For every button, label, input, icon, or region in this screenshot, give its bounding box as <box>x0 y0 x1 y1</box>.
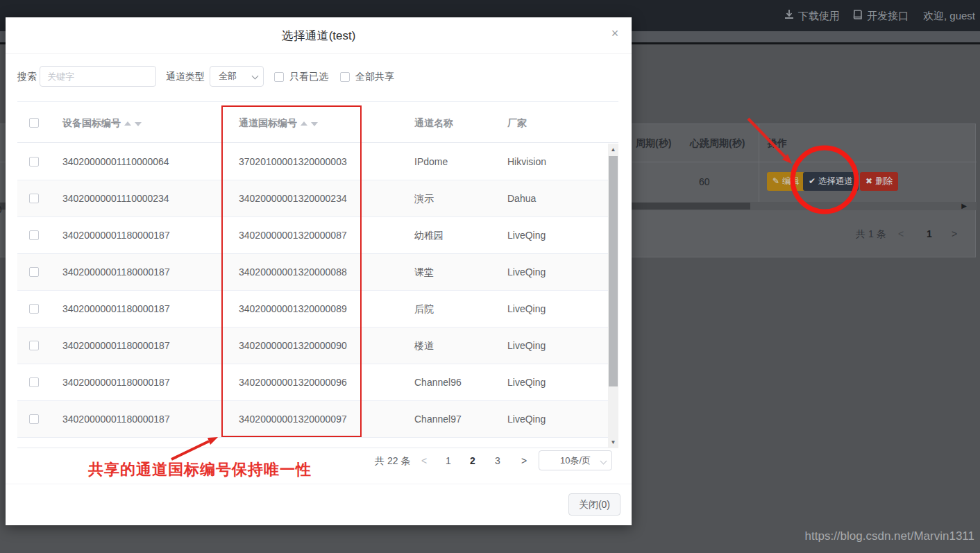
device-id: 34020000001110000234 <box>62 180 169 217</box>
vendor: Dahua <box>507 180 536 217</box>
vendor: LiveQing <box>507 401 546 438</box>
watermark-url: https://blog.csdn.net/Marvin1311 <box>805 529 974 543</box>
table-header-row: 设备国标编号 通道国标编号 通道名称 厂家 <box>17 101 618 143</box>
table-row[interactable]: 34020000001110000234 3402000000132000023… <box>17 180 608 217</box>
row-checkbox[interactable] <box>29 230 39 240</box>
row-checkbox[interactable] <box>29 341 39 350</box>
vendor: LiveQing <box>507 217 546 254</box>
page-size-value: 10条/页 <box>560 455 591 466</box>
bg-col-actions: 操作 <box>768 124 787 162</box>
table-row[interactable]: 34020000001180000187 3402000000132000009… <box>17 327 608 364</box>
select-channel-button[interactable]: ✔选择通道 <box>803 172 859 191</box>
bg-column-separator <box>759 124 759 202</box>
share-all-label: 全部共享 <box>355 71 394 83</box>
table-row[interactable]: 34020000001110000064 3702010000132000000… <box>17 144 608 180</box>
download-icon <box>784 0 794 31</box>
close-icon[interactable]: × <box>608 26 622 40</box>
channel-name: Channel97 <box>414 401 462 438</box>
sort-asc-icon[interactable] <box>124 121 131 126</box>
channel-name: 演示 <box>414 180 434 217</box>
select-all-checkbox[interactable] <box>29 118 39 128</box>
prev-page-button[interactable]: < <box>421 450 427 472</box>
search-input[interactable] <box>40 66 156 87</box>
row-checkbox[interactable] <box>29 267 39 277</box>
page-1-button[interactable]: 1 <box>446 450 451 472</box>
bg-next-page[interactable]: > <box>952 210 957 257</box>
edit-icon: ✎ <box>772 176 779 186</box>
check-icon: ✔ <box>809 176 816 186</box>
select-channel-dialog: 选择通道(test) × 搜索 通道类型 全部 只看已选 全部共享 设备国标编号… <box>6 17 632 525</box>
delete-button[interactable]: ✖删除 <box>860 172 898 191</box>
table-row[interactable]: 34020000001180000187 3402000000132000008… <box>17 291 608 327</box>
table-row[interactable]: 34020000001180000187 3402000000132000008… <box>17 217 608 254</box>
row-checkbox[interactable] <box>29 304 39 314</box>
bg-prev-page[interactable]: < <box>898 210 904 257</box>
bg-total-count: 共 1 条 <box>856 210 886 257</box>
scrollbar-thumb[interactable] <box>609 156 618 386</box>
nav-api-link[interactable]: 开发接口 <box>853 0 909 31</box>
row-checkbox[interactable] <box>29 377 39 387</box>
row-checkbox[interactable] <box>29 157 39 167</box>
channel-id: 34020000001320000090 <box>239 327 347 364</box>
scroll-up-icon[interactable]: ▲ <box>608 146 618 153</box>
edit-button[interactable]: ✎编辑 <box>767 172 805 191</box>
share-all-checkbox[interactable]: 全部共享 <box>340 71 394 83</box>
checkbox-box[interactable] <box>340 72 350 82</box>
table-body: 34020000001110000064 3702010000132000000… <box>17 144 608 448</box>
edit-label: 编辑 <box>782 176 800 186</box>
selected-only-label: 只看已选 <box>289 71 328 83</box>
device-id: 34020000001110000064 <box>62 144 169 180</box>
channel-id: 34020000001320000087 <box>239 217 347 254</box>
bg-col-heartbeat: 心跳周期(秒) <box>690 124 745 162</box>
sort-asc-icon[interactable] <box>301 121 307 126</box>
vendor: LiveQing <box>507 327 546 364</box>
checkbox-box[interactable] <box>274 72 284 82</box>
close-dialog-button[interactable]: 关闭(0) <box>568 493 620 516</box>
channel-name: Channel96 <box>414 364 462 401</box>
scroll-down-icon[interactable]: ▼ <box>608 439 618 445</box>
nav-api-label: 开发接口 <box>867 10 909 22</box>
sort-desc-icon[interactable] <box>135 122 142 126</box>
device-id: 34020000001180000187 <box>62 254 170 291</box>
col-device-id[interactable]: 设备国标编号 <box>62 102 142 144</box>
channel-name: IPdome <box>414 144 448 180</box>
table-row[interactable]: 34020000001180000187 3402000000132000008… <box>17 254 608 291</box>
channel-type-value: 全部 <box>219 71 237 81</box>
nav-download-link[interactable]: 下载使用 <box>784 0 840 31</box>
nav-welcome[interactable]: 欢迎, guest <box>923 0 975 31</box>
selected-only-checkbox[interactable]: 只看已选 <box>274 71 328 83</box>
bg-col-period: 周期(秒) <box>636 124 671 162</box>
table-row[interactable]: 34020000001180000187 3402000000132000009… <box>17 364 608 401</box>
vertical-scrollbar[interactable]: ▲ ▼ <box>608 144 618 448</box>
channel-id: 34020000001320000096 <box>239 364 347 401</box>
col-channel-id[interactable]: 通道国标编号 <box>239 102 318 144</box>
sort-desc-icon[interactable] <box>311 122 318 126</box>
channel-type-select[interactable]: 全部 <box>210 66 264 87</box>
device-id: 34020000001180000187 <box>62 364 170 401</box>
device-id: 34020000001180000187 <box>62 401 170 438</box>
table-row[interactable]: 34020000001180000187 3402000000132000009… <box>17 401 608 438</box>
screen: 下载使用 开发接口 欢迎, guest 周期(秒) 心跳周期(秒) 操作 60 … <box>0 0 980 553</box>
page-2-button[interactable]: 2 <box>470 450 475 472</box>
select-channel-label: 选择通道 <box>818 176 853 186</box>
delete-label: 删除 <box>875 176 893 186</box>
next-page-button[interactable]: > <box>521 450 527 472</box>
channel-name: 后院 <box>414 291 434 327</box>
channel-name: 幼稚园 <box>414 217 443 254</box>
row-checkbox[interactable] <box>29 194 39 203</box>
row-checkbox[interactable] <box>29 414 39 424</box>
channel-id: 34020000001320000234 <box>239 180 347 217</box>
dialog-footer: 关闭(0) <box>6 484 632 525</box>
channel-name: 楼道 <box>414 327 434 364</box>
scroll-right-arrow[interactable]: ▶ <box>961 202 967 210</box>
nav-welcome-label: 欢迎, guest <box>923 10 975 22</box>
device-id: 34020000001180000187 <box>62 327 170 364</box>
channel-id: 34020000001320000089 <box>239 291 347 327</box>
page-3-button[interactable]: 3 <box>495 450 500 472</box>
vendor: LiveQing <box>507 254 546 291</box>
page-size-select[interactable]: 10条/页 <box>539 450 612 470</box>
bg-page-1[interactable]: 1 <box>927 210 932 257</box>
col-vendor: 厂家 <box>507 102 527 144</box>
chevron-down-icon <box>600 458 607 465</box>
channel-table: 设备国标编号 通道国标编号 通道名称 厂家 340200000011100000… <box>17 101 618 448</box>
